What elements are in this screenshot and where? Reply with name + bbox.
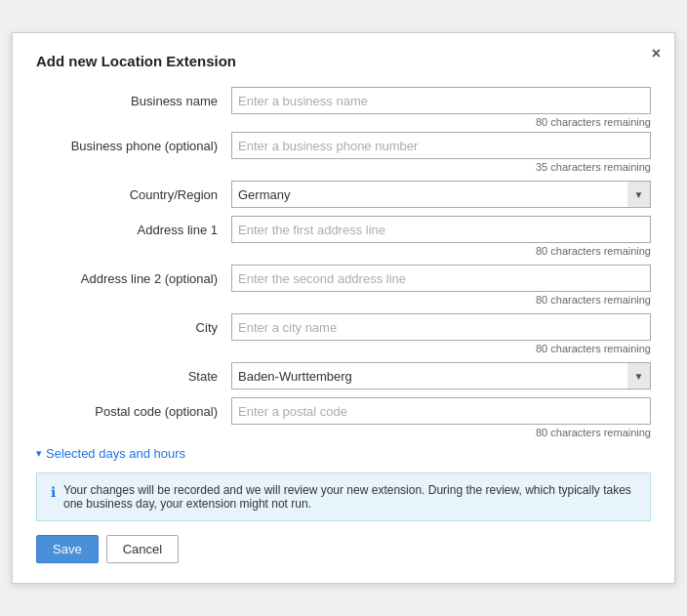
- business-name-field: 80 characters remaining: [231, 87, 651, 128]
- close-button[interactable]: ×: [652, 45, 661, 62]
- city-input[interactable]: [231, 313, 651, 341]
- address-line2-field: 80 characters remaining: [231, 265, 651, 306]
- city-field: 80 characters remaining: [231, 313, 651, 354]
- save-button[interactable]: Save: [36, 535, 99, 563]
- cancel-button[interactable]: Cancel: [106, 535, 179, 563]
- country-region-row: Country/Region Germany United States Fra…: [36, 181, 651, 208]
- city-char-count: 80 characters remaining: [231, 343, 651, 354]
- address-line2-row: Address line 2 (optional) 80 characters …: [36, 265, 651, 306]
- info-box: ℹ Your changes will be recorded and we w…: [36, 472, 651, 521]
- address-line2-char-count: 80 characters remaining: [231, 294, 651, 306]
- address-line2-label: Address line 2 (optional): [36, 265, 231, 286]
- country-region-field: Germany United States France Spain Italy…: [231, 181, 651, 208]
- address-line1-row: Address line 1 80 characters remaining: [36, 216, 651, 257]
- country-select-wrapper: Germany United States France Spain Italy…: [231, 181, 651, 208]
- postal-code-field: 80 characters remaining: [231, 397, 651, 438]
- postal-code-char-count: 80 characters remaining: [231, 427, 651, 438]
- address-line1-label: Address line 1: [36, 216, 231, 237]
- state-field: Baden-Wurttemberg Bavaria Berlin Branden…: [231, 362, 651, 390]
- info-box-text: Your changes will be recorded and we wil…: [63, 483, 636, 511]
- address-line1-char-count: 80 characters remaining: [231, 245, 651, 257]
- city-label: City: [36, 313, 231, 335]
- address-line1-input[interactable]: [231, 216, 651, 243]
- business-name-char-count: 80 characters remaining: [231, 116, 651, 128]
- country-select[interactable]: Germany United States France Spain Italy: [231, 181, 651, 208]
- business-phone-input[interactable]: [231, 132, 651, 159]
- postal-code-row: Postal code (optional) 80 characters rem…: [36, 397, 651, 438]
- postal-code-label: Postal code (optional): [36, 397, 231, 419]
- address-line2-input[interactable]: [231, 265, 651, 292]
- business-phone-char-count: 35 characters remaining: [231, 161, 651, 173]
- state-row: State Baden-Wurttemberg Bavaria Berlin B…: [36, 362, 651, 390]
- business-phone-field: 35 characters remaining: [231, 132, 651, 173]
- country-region-label: Country/Region: [36, 181, 231, 202]
- business-phone-row: Business phone (optional) 35 characters …: [36, 132, 651, 173]
- business-name-input[interactable]: [231, 87, 651, 114]
- selected-hours-link[interactable]: ▾ Selected days and hours: [36, 446, 651, 461]
- chevron-down-icon: ▾: [36, 447, 42, 460]
- state-select[interactable]: Baden-Wurttemberg Bavaria Berlin Branden…: [231, 362, 651, 390]
- add-location-dialog: × Add new Location Extension Business na…: [12, 32, 675, 584]
- info-icon: ℹ: [51, 484, 56, 500]
- selected-hours-section: ▾ Selected days and hours: [36, 446, 651, 461]
- postal-code-input[interactable]: [231, 397, 651, 425]
- dialog-title: Add new Location Extension: [36, 53, 651, 69]
- button-row: Save Cancel: [36, 535, 651, 563]
- address-line1-field: 80 characters remaining: [231, 216, 651, 257]
- business-name-label: Business name: [36, 87, 231, 108]
- business-name-row: Business name 80 characters remaining: [36, 87, 651, 128]
- selected-hours-label: Selected days and hours: [46, 446, 185, 461]
- city-row: City 80 characters remaining: [36, 313, 651, 354]
- state-label: State: [36, 362, 231, 384]
- state-select-wrapper: Baden-Wurttemberg Bavaria Berlin Branden…: [231, 362, 651, 390]
- business-phone-label: Business phone (optional): [36, 132, 231, 153]
